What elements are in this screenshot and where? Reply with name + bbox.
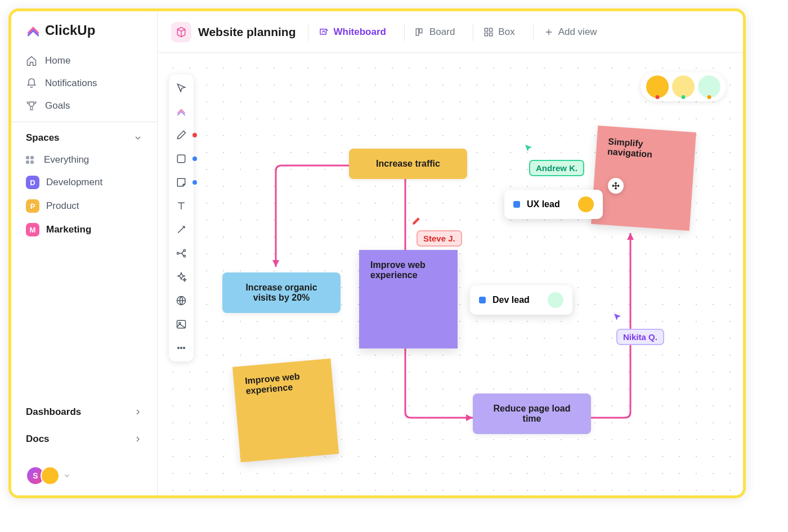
cursor-nikita [612,312,623,324]
chevron-right-icon [133,435,142,444]
chip-label: UX lead [527,199,560,209]
tab-add-label: Add view [558,26,597,38]
cursor-label-steve: Steve J. [417,230,462,247]
pencil-icon [411,216,421,226]
space-product-label: Product [46,200,79,212]
chevron-right-icon [133,408,142,417]
tab-box-label: Box [498,26,514,38]
svg-point-17 [181,347,182,349]
sticky-improve-web-2[interactable]: Improve web experience [232,359,339,463]
move-handle[interactable] [608,178,624,194]
tab-whiteboard-label: Whiteboard [333,26,386,38]
whiteboard-canvas[interactable]: Increase traffic Increase organic visits… [158,53,743,495]
chevron-down-icon [63,472,71,480]
card-increase-traffic[interactable]: Increase traffic [349,149,467,179]
svg-rect-1 [419,29,422,33]
tool-image[interactable] [173,316,189,332]
tool-connector[interactable] [173,222,189,238]
sidebar: ClickUp Home Notifications Goals Spaces … [11,11,158,495]
dashboards-label: Dashboards [26,406,81,418]
nav-home[interactable]: Home [11,50,157,72]
tool-sticky[interactable] [173,175,189,190]
space-product[interactable]: P Product [11,194,157,218]
chip-label: Dev lead [492,295,530,305]
sticky-improve-web-1[interactable]: Improve web experience [359,250,458,348]
nav-notifications[interactable]: Notifications [11,72,157,95]
logo-icon [26,23,41,38]
presence-avatars[interactable] [641,72,726,101]
box-icon [483,27,494,37]
nav-notifications-label: Notifications [45,78,97,89]
dashboards-link[interactable]: Dashboards [11,396,157,423]
tab-board[interactable]: Board [404,23,460,41]
cube-icon [171,22,191,42]
tool-web[interactable] [173,293,189,309]
board-icon [415,27,425,37]
docs-link[interactable]: Docs [11,428,157,450]
tool-shape[interactable] [173,151,189,167]
tool-select[interactable] [173,80,189,96]
chip-dev-lead[interactable]: Dev lead [470,285,572,315]
svg-rect-0 [416,29,419,35]
svg-rect-5 [490,33,492,35]
plus-icon [544,27,554,37]
brand-logo: ClickUp [11,23,157,50]
svg-marker-7 [466,414,473,421]
tool-clickup[interactable] [173,104,189,119]
page-title: Website planning [171,22,296,42]
whiteboard-toolbox [169,74,194,361]
page-title-text: Website planning [198,25,296,39]
space-development[interactable]: D Development [11,171,157,194]
svg-point-11 [183,249,185,251]
svg-marker-6 [272,260,279,267]
tool-text[interactable] [173,198,189,214]
tool-more[interactable] [173,340,189,356]
cursor-icon [612,312,623,322]
grid-icon [26,154,37,166]
card-reduce-load[interactable]: Reduce page load time [473,394,591,434]
spaces-header[interactable]: Spaces [11,122,157,149]
svg-rect-2 [485,28,488,31]
avatar [646,75,669,98]
space-everything-label: Everything [44,154,89,166]
avatar [41,466,60,485]
bell-icon [26,78,37,89]
avatar [578,196,594,212]
nav-goals[interactable]: Goals [11,95,157,117]
tab-box[interactable]: Box [473,23,520,41]
view-tabs: Website planning Whiteboard Board Box Ad… [158,11,743,53]
svg-point-10 [177,252,179,254]
cursor-andrew [523,143,534,155]
space-badge: M [26,223,39,236]
docs-label: Docs [26,433,50,445]
tab-board-label: Board [429,26,455,38]
space-everything[interactable]: Everything [11,149,157,171]
status-square [513,201,520,208]
tab-whiteboard[interactable]: Whiteboard [308,23,392,41]
user-switcher[interactable]: S [26,466,71,485]
space-marketing[interactable]: M Marketing [11,218,157,242]
nav-home-label: Home [45,55,70,66]
avatar [672,75,695,98]
avatar [548,292,563,308]
trophy-icon [26,100,37,111]
spaces-label: Spaces [26,132,60,144]
card-increase-organic[interactable]: Increase organic visits by 20% [222,272,341,313]
chevron-down-icon [133,133,142,142]
space-badge: D [26,176,39,189]
cursor-label-andrew: Andrew K. [529,160,584,176]
svg-point-18 [183,347,185,349]
svg-point-16 [178,347,180,349]
brand-name: ClickUp [45,23,95,38]
svg-rect-3 [490,28,492,31]
tool-ai[interactable] [173,269,189,285]
space-development-label: Development [46,177,102,188]
space-marketing-label: Marketing [46,224,91,235]
chip-ux-lead[interactable]: UX lead [504,190,603,219]
tool-mindmap[interactable] [173,245,189,261]
avatar [698,75,720,98]
tab-add-view[interactable]: Add view [533,23,603,41]
sticky-simplify-nav[interactable]: Simplify navigation [591,126,696,231]
svg-rect-9 [177,155,185,162]
tool-pen[interactable] [173,127,189,143]
